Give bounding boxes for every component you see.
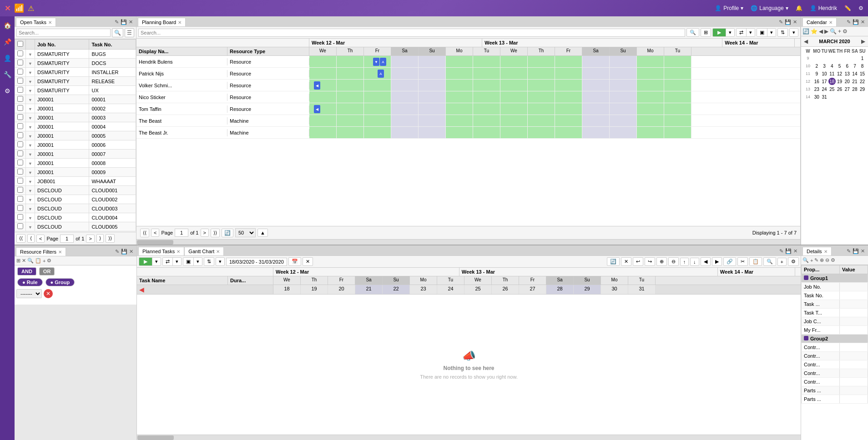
filter-or-btn[interactable]: OR xyxy=(39,267,55,275)
sidebar-pin-icon[interactable]: 📌 xyxy=(2,36,13,47)
planning-page-prev[interactable]: < xyxy=(151,229,159,237)
user-button[interactable]: 👤 Hendrik xyxy=(810,5,837,11)
cal-day[interactable]: 27 xyxy=(843,85,851,93)
row-checkbox[interactable] xyxy=(17,160,23,165)
planned-refresh-btn[interactable]: 🔄 xyxy=(607,257,620,266)
table-row[interactable]: ▼ J00001 00004 xyxy=(15,122,136,131)
details-tab[interactable]: Details ✕ xyxy=(802,247,832,255)
cal-day[interactable]: 4 xyxy=(828,62,836,70)
language-button[interactable]: 🌐 Language ▾ xyxy=(751,5,788,11)
cal-day[interactable]: 17 xyxy=(821,78,828,85)
det-settings-icon[interactable]: ⚙ xyxy=(831,257,835,263)
planning-board-tab-close[interactable]: ✕ xyxy=(178,20,182,25)
row-checkbox[interactable] xyxy=(17,196,23,202)
open-tasks-menu-button[interactable]: ☰ xyxy=(125,28,134,37)
filter-group-btn[interactable]: ● Group xyxy=(45,278,75,286)
planning-save-icon[interactable]: 💾 xyxy=(785,19,791,25)
cal-day[interactable]: 31 xyxy=(821,93,828,100)
planned-play-dropdown[interactable]: ▾ xyxy=(152,258,161,265)
settings-button[interactable]: ⚙ xyxy=(858,5,863,11)
edit-icon-btn[interactable]: ✏️ xyxy=(844,5,851,11)
cal-day[interactable]: 29 xyxy=(859,85,866,93)
open-tasks-tab[interactable]: Open Tasks ✕ xyxy=(16,18,56,26)
details-tab-close[interactable]: ✕ xyxy=(824,249,828,254)
select-all-checkbox[interactable] xyxy=(17,41,23,47)
planned-extra2[interactable]: ⊖ xyxy=(668,257,679,266)
sidebar-tool-icon[interactable]: 🔧 xyxy=(2,69,13,80)
planned-tasks-tab-close[interactable]: ✕ xyxy=(177,249,180,254)
planned-close-icon[interactable]: ✕ xyxy=(793,248,797,254)
resource-filters-tab[interactable]: Resource Filters ✕ xyxy=(16,247,66,256)
planned-view-btn[interactable]: ▣ xyxy=(183,258,194,265)
cal-day[interactable] xyxy=(828,55,836,62)
cal-day[interactable] xyxy=(836,55,843,62)
rf-settings-icon[interactable]: ⚙ xyxy=(47,258,51,264)
close-app-icon[interactable]: ✕ xyxy=(5,4,10,13)
planned-extra6[interactable]: ▶ xyxy=(712,257,722,266)
cal-day[interactable] xyxy=(836,93,843,100)
cal-forward-btn[interactable]: ▶ xyxy=(861,38,865,45)
row-checkbox[interactable] xyxy=(17,187,23,193)
cal-day[interactable]: 3 xyxy=(821,62,828,70)
cal-day[interactable]: 23 xyxy=(813,85,820,93)
planning-board-tab[interactable]: Planning Board ✕ xyxy=(138,18,186,26)
table-row[interactable]: ▼ DSCLOUD CLOUD003 xyxy=(15,204,136,213)
planned-view-dropdown[interactable]: ▾ xyxy=(194,258,202,265)
page-prev-btn[interactable]: < xyxy=(36,235,45,243)
planned-scrollbar[interactable] xyxy=(137,435,801,440)
cal-day[interactable] xyxy=(813,55,820,62)
table-row[interactable]: ▼ J00001 00002 xyxy=(15,104,136,113)
table-row[interactable]: ▼ J00001 00003 xyxy=(15,113,136,122)
open-tasks-search-box[interactable] xyxy=(16,29,111,37)
row-checkbox[interactable] xyxy=(17,123,23,129)
details-save-icon[interactable]: 💾 xyxy=(853,248,859,254)
cal-day[interactable]: 18 xyxy=(828,78,836,85)
planning-page-last[interactable]: ⟩⟩ xyxy=(211,229,220,237)
cal-day[interactable]: 25 xyxy=(828,85,836,93)
planned-sort-btn[interactable]: ⇅ xyxy=(204,257,214,266)
filter-and-btn[interactable]: AND xyxy=(17,267,36,275)
table-row[interactable]: ▼ J00001 00009 xyxy=(15,168,136,177)
filter-select-dropdown[interactable]: ------- xyxy=(16,289,42,298)
details-edit-icon[interactable]: ✎ xyxy=(847,248,851,254)
cal-toolbar-btn2[interactable]: ⭐ xyxy=(811,28,818,35)
cal-day[interactable] xyxy=(828,93,836,100)
calendar-tab-close[interactable]: ✕ xyxy=(829,20,833,25)
planned-save-icon[interactable]: 💾 xyxy=(785,248,792,254)
planned-extra3[interactable]: ↑ xyxy=(680,258,689,266)
planning-page-input[interactable] xyxy=(175,229,188,237)
open-tasks-close-icon[interactable]: ✕ xyxy=(129,19,133,25)
cal-day[interactable] xyxy=(859,93,866,100)
resource-filters-tab-close[interactable]: ✕ xyxy=(58,250,62,255)
table-row[interactable]: ▼ DSMATURITY INSTALLER xyxy=(15,68,136,77)
planned-more-btn[interactable]: ▾ xyxy=(216,257,225,266)
row-checkbox[interactable] xyxy=(17,114,23,120)
cal-toolbar-btn1[interactable]: 🔄 xyxy=(802,28,809,35)
planning-left-btn[interactable]: ⇄ xyxy=(737,29,747,36)
planning-more-btn[interactable]: ▾ xyxy=(789,28,798,37)
gantt-chart-tab-close[interactable]: ✕ xyxy=(216,249,220,254)
rf-save-icon[interactable]: 💾 xyxy=(121,249,127,255)
planned-tasks-tab[interactable]: Planned Tasks ✕ xyxy=(138,247,184,255)
cal-day[interactable] xyxy=(851,55,858,62)
det-edit-icon[interactable]: ✎ xyxy=(814,257,818,263)
cal-day[interactable]: 15 xyxy=(859,70,866,77)
planned-calendar-btn[interactable]: 📅 xyxy=(288,257,301,266)
table-row[interactable]: ▼ J00001 00001 xyxy=(15,95,136,104)
page-number-input[interactable] xyxy=(60,235,74,243)
open-tasks-search-button[interactable]: 🔍 xyxy=(112,28,123,37)
planning-search-box[interactable] xyxy=(138,29,685,37)
planning-arrows-dropdown[interactable]: ▾ xyxy=(747,29,755,36)
calendar-tab[interactable]: Calendar ✕ xyxy=(802,18,837,26)
table-row[interactable]: ▼ JOB001 WHAAAAT xyxy=(15,177,136,186)
planning-page-next[interactable]: > xyxy=(201,229,209,237)
details-close-icon[interactable]: ✕ xyxy=(861,248,865,254)
planned-extra5[interactable]: ◀ xyxy=(701,257,711,266)
planning-perpage-up[interactable]: ▲ xyxy=(257,229,268,237)
row-checkbox[interactable] xyxy=(17,87,23,93)
planned-extra7[interactable]: 🔗 xyxy=(723,257,736,266)
sidebar-settings-icon[interactable]: ⚙ xyxy=(3,85,12,96)
det-search-icon[interactable]: 🔍 xyxy=(802,257,809,263)
cal-day[interactable]: 7 xyxy=(851,62,858,70)
cal-back-btn[interactable]: ◀ xyxy=(804,38,808,45)
